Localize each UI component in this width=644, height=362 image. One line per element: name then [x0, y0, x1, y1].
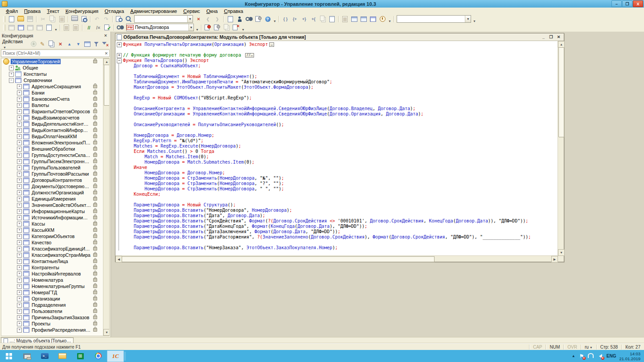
tree-item-catalog[interactable]: +ГруппыПользователей	[1, 165, 103, 171]
scroll-up-icon[interactable]: ▲	[103, 58, 110, 65]
tree-expand-icon[interactable]: +	[9, 66, 14, 70]
tree-item-catalog[interactable]: +Кассы	[1, 221, 103, 227]
tree-item-catalog[interactable]: +Качество	[1, 239, 103, 246]
taskbar-powershell-button[interactable]	[36, 350, 53, 362]
menu-item-text[interactable]: Текст	[44, 8, 62, 14]
context-combo-input[interactable]	[397, 16, 465, 22]
tree-item-catalog[interactable]: +ГруппыПочтовойРассылки	[1, 171, 103, 177]
move-up-button[interactable]	[65, 40, 74, 48]
tree-expand-icon[interactable]: +	[9, 72, 14, 77]
format-doc-button[interactable]	[7, 24, 16, 31]
tree-expand-icon[interactable]: +	[17, 328, 22, 333]
tree-item-catalog[interactable]: +КлассификаторЕдиницИзмерения	[1, 246, 103, 252]
tree-expand-icon[interactable]: +	[17, 240, 22, 245]
copy-fragment-button[interactable]	[318, 15, 328, 23]
tree-item-expanded[interactable]: −Справочники	[1, 77, 103, 83]
editor-scroll-down-icon[interactable]: ▼	[558, 249, 565, 256]
tree-expand-icon[interactable]: +	[17, 90, 22, 95]
window-new-button[interactable]	[359, 15, 369, 23]
add-button[interactable]	[29, 40, 38, 48]
prev-procedure-button[interactable]: +}	[299, 15, 309, 23]
tree-expand-icon[interactable]: +	[17, 290, 22, 295]
print-preview-button[interactable]	[79, 15, 89, 23]
tree-item-catalog[interactable]: +БанковскиеСчета	[1, 96, 103, 102]
tree-expand-icon[interactable]: +	[17, 265, 22, 270]
fold-margin[interactable]: +	[115, 53, 123, 58]
tree-item-catalog[interactable]: +Организации	[1, 296, 103, 302]
add-comment-button[interactable]	[84, 24, 94, 31]
clear-search-button[interactable]: ✕	[194, 15, 203, 23]
tray-language-indicator[interactable]: ENG	[607, 354, 616, 358]
tree-item-catalog[interactable]: +НомераГТД	[1, 289, 103, 296]
status-keyboard-lang[interactable]: ru ▼	[581, 345, 596, 350]
tree-expand-icon[interactable]: +	[17, 190, 22, 195]
tree-item-catalog[interactable]: +Проекты	[1, 321, 103, 327]
prev-match-button[interactable]: ❮	[203, 15, 213, 23]
editor-close-button[interactable]: ✕	[555, 34, 562, 40]
tree-expand-icon[interactable]: +	[17, 253, 22, 258]
tree-expand-icon[interactable]: +	[17, 234, 22, 239]
menu-item-help[interactable]: Справка	[221, 8, 246, 14]
remove-breakpoints-button[interactable]	[231, 24, 241, 31]
tree-expand-icon[interactable]: +	[17, 115, 22, 120]
tree-item-catalog[interactable]: +ГруппыДоступностиСкладов	[1, 152, 103, 158]
tree-expand-icon[interactable]: +	[17, 321, 22, 326]
tree-root-item[interactable]: УправлениеТорговлей	[1, 58, 103, 65]
tree-scrollbar[interactable]: ▲ ▼	[103, 58, 109, 336]
editor-title-bar[interactable]: Обработка ПечатьДоговораКонтрагента: Мод…	[115, 33, 564, 41]
constructor-button[interactable]	[25, 24, 35, 31]
edit-button[interactable]	[38, 40, 47, 48]
format-module-button[interactable]	[16, 24, 25, 31]
tree-expand-icon[interactable]: +	[17, 159, 22, 164]
tree-item-catalog[interactable]: +Подразделения	[1, 302, 103, 308]
save-button[interactable]	[25, 15, 35, 23]
taskbar-chrome-button[interactable]	[89, 350, 107, 362]
tree-expand-icon[interactable]: +	[17, 203, 22, 208]
toolbar-overflow-icon[interactable]: ▼	[53, 28, 58, 31]
toolbar-overflow-icon[interactable]: ▼	[195, 28, 200, 31]
tree-item-catalog[interactable]: +ДоговорыКонтрагентов	[1, 177, 103, 183]
move-down-button[interactable]	[74, 40, 83, 48]
remove-comment-button[interactable]	[94, 24, 103, 31]
module-page-button[interactable]	[328, 15, 337, 23]
print-button[interactable]	[70, 15, 79, 23]
search-combo-input[interactable]	[135, 16, 187, 22]
menu-item-configuration[interactable]: Конфигурация	[62, 8, 102, 14]
tree-item-catalog[interactable]: +КассыККМ	[1, 227, 103, 233]
tree-expand-icon[interactable]: −	[9, 78, 14, 83]
tray-clock[interactable]: 14:03 21.01.2019	[619, 351, 640, 361]
template-button[interactable]	[254, 15, 263, 23]
procedures-list-button[interactable]	[116, 24, 125, 31]
tree-item-catalog[interactable]: +НоменклатурныеГруппы	[1, 283, 103, 289]
menu-item-edit[interactable]: Правка	[21, 8, 44, 14]
expand-fold-icon[interactable]: +	[117, 53, 122, 58]
tree-expand-icon[interactable]: +	[17, 315, 22, 320]
action-center-icon[interactable]: ✕	[578, 353, 585, 359]
search-combo-dropdown-icon[interactable]: ▼	[187, 16, 193, 22]
tree-item-collapsed[interactable]: +Общие	[1, 65, 103, 71]
tree-item-catalog[interactable]: +Банки	[1, 90, 103, 96]
taskbar-computer-button[interactable]	[18, 350, 36, 362]
minimize-button[interactable]: –	[611, 0, 622, 7]
paste-button[interactable]	[57, 15, 66, 23]
new-document-button[interactable]	[226, 15, 235, 23]
tree-expand-icon[interactable]: +	[17, 197, 22, 202]
add-bookmark-button[interactable]: +{	[309, 15, 318, 23]
fold-margin[interactable]: −	[115, 58, 123, 63]
tree-item-catalog[interactable]: +Контрагенты	[1, 264, 103, 271]
tray-chevron-icon[interactable]: ▲	[572, 354, 575, 358]
redo-button[interactable]	[102, 15, 111, 23]
actions-menu-button[interactable]: Действия ▼	[1, 38, 29, 50]
tree-expand-icon[interactable]: +	[17, 97, 22, 102]
tree-expand-icon[interactable]: +	[17, 128, 22, 133]
menu-item-administration[interactable]: Администрирование	[127, 8, 180, 14]
syntax-check-button[interactable]	[103, 24, 112, 31]
window-split-button[interactable]	[350, 15, 359, 23]
delete-button[interactable]	[56, 40, 65, 48]
disable-breakpoint-button[interactable]	[213, 24, 222, 31]
toolbar-overflow-icon[interactable]: ▼	[472, 20, 477, 23]
decrease-indent-button[interactable]	[71, 24, 81, 31]
clear-search-icon[interactable]: ✕	[103, 51, 109, 56]
module-actions-button[interactable]	[44, 24, 53, 31]
tree-expand-icon[interactable]: +	[17, 309, 22, 314]
